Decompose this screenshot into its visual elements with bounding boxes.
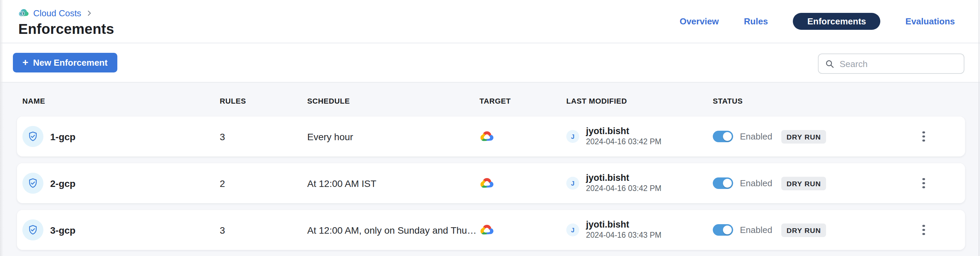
avatar: J [566, 130, 579, 143]
schedule-text: Every hour [307, 131, 479, 142]
modified-at: 2024-04-16 03:43 PM [586, 231, 662, 241]
kebab-menu-icon[interactable] [919, 174, 929, 193]
tab-overview[interactable]: Overview [679, 16, 719, 27]
shield-check-icon [22, 220, 43, 240]
search-box[interactable] [818, 54, 964, 74]
plus-icon: + [22, 57, 29, 67]
page-header: Cloud Costs Enforcements Overview Rules … [0, 0, 980, 43]
enabled-toggle[interactable] [713, 224, 733, 236]
enforcement-name: 2-gcp [50, 178, 76, 189]
column-header-rules: RULES [220, 97, 307, 105]
page-tabs: Overview Rules Enforcements Evaluations [679, 0, 955, 43]
column-header-last-modified: LAST MODIFIED [566, 97, 713, 105]
breadcrumb-module-link[interactable]: Cloud Costs [33, 8, 81, 18]
table-body: 1-gcp 3 Every hour J jyoti.bisht 2024-04… [17, 117, 965, 256]
modified-at: 2024-04-16 03:42 PM [586, 137, 662, 147]
avatar: J [566, 177, 579, 190]
right-edge-divider [978, 0, 979, 256]
column-header-schedule: SCHEDULE [307, 97, 479, 105]
tab-rules[interactable]: Rules [744, 16, 768, 27]
left-gutter [0, 0, 3, 256]
modified-by: jyoti.bisht [586, 219, 662, 231]
search-icon [826, 59, 834, 68]
dry-run-badge: DRY RUN [781, 223, 826, 237]
kebab-menu-icon[interactable] [919, 127, 929, 146]
table-row[interactable]: 1-gcp 3 Every hour J jyoti.bisht 2024-04… [17, 117, 965, 156]
gcp-cloud-icon [479, 223, 566, 237]
schedule-text: At 12:00 AM, only on Sunday and Thursday [307, 224, 479, 235]
new-enforcement-button[interactable]: + New Enforcement [13, 53, 117, 73]
cloud-costs-icon [18, 8, 29, 18]
column-header-target: TARGET [479, 97, 566, 105]
modified-at: 2024-04-16 03:42 PM [586, 184, 662, 194]
schedule-text: At 12:00 AM IST [307, 178, 479, 189]
table-row[interactable]: 2-gcp 2 At 12:00 AM IST J jyoti.bisht 20… [17, 163, 965, 203]
modified-by: jyoti.bisht [586, 126, 662, 137]
rules-count: 3 [220, 131, 307, 142]
enforcement-name: 3-gcp [50, 224, 76, 235]
enforcements-table: NAME RULES SCHEDULE TARGET LAST MODIFIED… [0, 83, 980, 256]
column-header-name: NAME [22, 97, 220, 105]
avatar: J [566, 223, 579, 236]
table-row[interactable]: 3-gcp 3 At 12:00 AM, only on Sunday and … [17, 210, 965, 250]
modified-by: jyoti.bisht [586, 172, 662, 184]
rules-count: 2 [220, 178, 307, 189]
enforcement-name: 1-gcp [50, 131, 76, 142]
enabled-label: Enabled [740, 225, 772, 235]
gcp-cloud-icon [479, 129, 566, 144]
enabled-label: Enabled [740, 131, 772, 142]
chevron-right-icon [86, 9, 93, 17]
table-header-row: NAME RULES SCHEDULE TARGET LAST MODIFIED… [22, 97, 965, 105]
new-enforcement-button-label: New Enforcement [33, 58, 108, 68]
enabled-label: Enabled [740, 178, 772, 188]
kebab-menu-icon[interactable] [919, 221, 929, 239]
rules-count: 3 [220, 224, 307, 235]
column-header-status: STATUS [713, 97, 882, 105]
tab-enforcements-active[interactable]: Enforcements [793, 13, 880, 30]
enforcements-page: Cloud Costs Enforcements Overview Rules … [0, 0, 980, 256]
dry-run-badge: DRY RUN [781, 130, 826, 143]
gcp-cloud-icon [479, 176, 566, 191]
shield-check-icon [22, 173, 43, 194]
enabled-toggle[interactable] [713, 177, 733, 189]
enabled-toggle[interactable] [713, 131, 733, 142]
toolbar: + New Enforcement [0, 43, 980, 83]
search-input[interactable] [840, 58, 957, 69]
dry-run-badge: DRY RUN [781, 176, 826, 190]
shield-check-icon [22, 126, 43, 147]
tab-evaluations[interactable]: Evaluations [905, 16, 955, 27]
